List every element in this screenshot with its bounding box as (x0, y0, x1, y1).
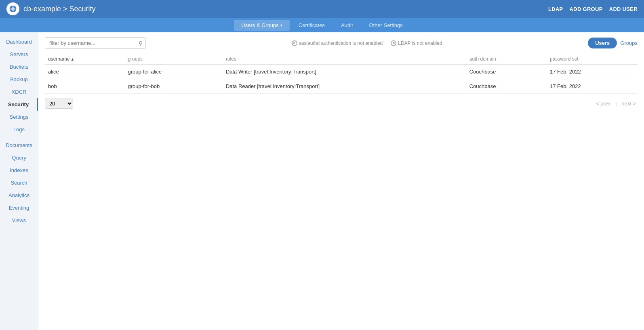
sidebar-item-logs[interactable]: Logs (0, 123, 38, 136)
layout: DashboardServersBucketsBackupXDCRSecurit… (0, 32, 644, 330)
filter-input-wrap: ⚲ (45, 37, 146, 49)
users-table: username▲groupsrolesauth domainpassword … (45, 54, 638, 94)
table-header: username▲groupsrolesauth domainpassword … (45, 54, 638, 65)
subnav-tab-audit[interactable]: Audit (334, 20, 360, 31)
add-user-link[interactable]: ADD USER (609, 6, 638, 12)
cell-auth_domain: Couchbase (466, 79, 547, 94)
users-toggle-button[interactable]: Users (588, 38, 617, 48)
sidebar-item-analytics[interactable]: Analytics (0, 189, 38, 202)
subnav-tab-other-settings[interactable]: Other Settings (362, 20, 410, 31)
saslauthd-label: saslauthd authentication is not enabled (299, 40, 383, 46)
toolbar-row: ⚲ ✖ saslauthd authentication is not enab… (45, 37, 638, 49)
col-header-roles: roles (223, 54, 466, 65)
col-header-username[interactable]: username▲ (45, 54, 124, 65)
sidebar-item-settings[interactable]: Settings (0, 111, 38, 123)
table-header-row: username▲groupsrolesauth domainpassword … (45, 54, 638, 65)
main-content: ⚲ ✖ saslauthd authentication is not enab… (38, 32, 644, 330)
ldap-label: LDAP is not enabled (398, 40, 442, 46)
sidebar: DashboardServersBucketsBackupXDCRSecurit… (0, 32, 38, 330)
next-page[interactable]: next > (621, 101, 636, 107)
sidebar-item-search[interactable]: Search (0, 177, 38, 189)
cell-password_set: 17 Feb, 2022 (547, 79, 638, 94)
top-header: cb-example > Security LDAP ADD GROUP ADD… (0, 0, 644, 18)
filter-username-input[interactable] (45, 37, 146, 49)
cell-username: alice (45, 65, 124, 79)
ldap-link[interactable]: LDAP (548, 6, 563, 12)
sidebar-item-servers[interactable]: Servers (0, 48, 38, 61)
app-logo (6, 2, 19, 15)
sidebar-item-buckets[interactable]: Buckets (0, 61, 38, 73)
per-page-select: 2050100 (45, 99, 73, 109)
sidebar-item-query[interactable]: Query (0, 151, 38, 164)
sort-arrow-icon: ▲ (70, 57, 74, 61)
saslauthd-status: ✖ saslauthd authentication is not enable… (292, 40, 383, 46)
table-row[interactable]: bobgroup-for-bobData Reader [travel:Inve… (45, 79, 638, 94)
auth-status: ✖ saslauthd authentication is not enable… (292, 40, 442, 46)
sidebar-item-eventing[interactable]: Eventing (0, 202, 38, 214)
subnav-tab-users-groups[interactable]: Users & Groups ▾ (234, 20, 289, 31)
sub-nav: Users & Groups ▾CertificatesAuditOther S… (0, 18, 644, 32)
page-title: cb-example > Security (23, 5, 548, 13)
cell-roles: Data Writer [travel:Inventory:Transport] (223, 65, 466, 79)
cell-password_set: 17 Feb, 2022 (547, 65, 638, 79)
col-header-password_set: password set (547, 54, 638, 65)
chevron-down-icon: ▾ (280, 23, 282, 27)
sidebar-item-dashboard[interactable]: Dashboard (0, 36, 38, 48)
ldap-icon: ✖ (391, 40, 396, 46)
col-header-groups: groups (124, 54, 222, 65)
table-body: alicegroup-for-aliceData Writer [travel:… (45, 65, 638, 94)
svg-point-2 (12, 6, 15, 11)
sidebar-item-documents[interactable]: Documents (0, 139, 38, 151)
subnav-tab-certificates[interactable]: Certificates (291, 20, 332, 31)
add-group-link[interactable]: ADD GROUP (570, 6, 603, 12)
cell-groups: group-for-alice (124, 65, 222, 79)
sidebar-item-xdcr[interactable]: XDCR (0, 86, 38, 98)
saslauthd-icon: ✖ (292, 40, 297, 46)
per-page-dropdown[interactable]: 2050100 (45, 99, 73, 109)
sidebar-item-indexes[interactable]: Indexes (0, 164, 38, 177)
pagination-row: 2050100 < prev | next > (45, 99, 638, 109)
sidebar-item-security[interactable]: Security (0, 98, 38, 111)
prev-page[interactable]: < prev (596, 101, 611, 107)
table-row[interactable]: alicegroup-for-aliceData Writer [travel:… (45, 65, 638, 79)
cell-groups: group-for-bob (124, 79, 222, 94)
cell-username: bob (45, 79, 124, 94)
ldap-status: ✖ LDAP is not enabled (391, 40, 442, 46)
pagination-nav: < prev | next > (594, 101, 638, 107)
page-separator: | (615, 101, 617, 107)
col-header-auth_domain: auth domain (466, 54, 547, 65)
user-group-toggle: Users Groups (588, 38, 638, 48)
groups-toggle-button[interactable]: Groups (620, 40, 638, 46)
search-icon: ⚲ (139, 40, 143, 46)
cell-roles: Data Reader [travel:Inventory:Transport] (223, 79, 466, 94)
sidebar-item-backup[interactable]: Backup (0, 73, 38, 86)
cell-auth_domain: Couchbase (466, 65, 547, 79)
sidebar-item-views[interactable]: Views (0, 214, 38, 227)
header-actions: LDAP ADD GROUP ADD USER (548, 6, 638, 12)
